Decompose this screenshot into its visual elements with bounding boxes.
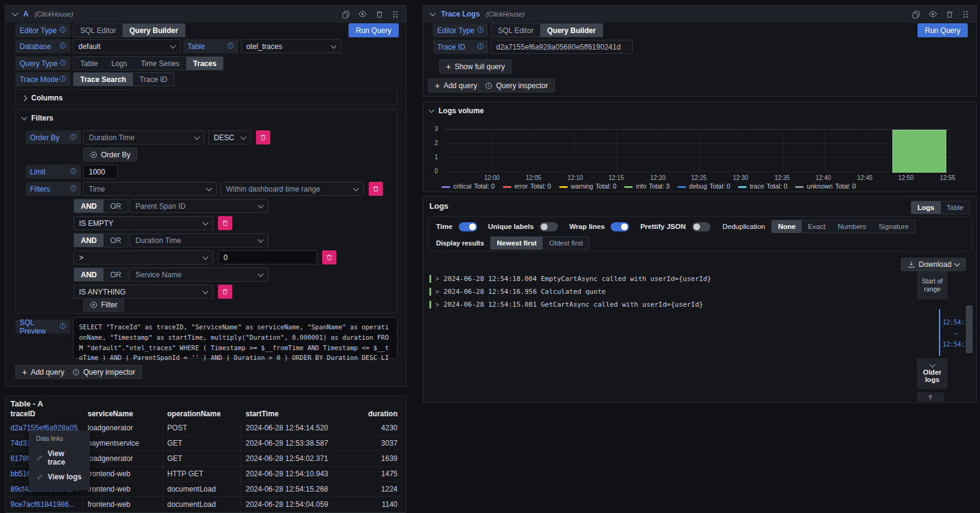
duplicate-query-icon[interactable] bbox=[912, 10, 920, 18]
query-ref-title[interactable]: A bbox=[23, 10, 29, 18]
trace-mode-trace-id[interactable]: Trace ID bbox=[133, 73, 175, 86]
query-type-logs[interactable]: Logs bbox=[105, 57, 134, 70]
or-option[interactable]: OR bbox=[104, 200, 128, 212]
prettify-json-toggle[interactable] bbox=[692, 222, 710, 231]
editor-type-sql-editor[interactable]: SQL Editor bbox=[74, 24, 123, 37]
drag-handle-icon[interactable] bbox=[962, 10, 969, 18]
expand-chevron-icon[interactable]: > bbox=[435, 301, 439, 308]
chevron-down-icon bbox=[954, 261, 960, 267]
dedup-numbers[interactable]: Numbers bbox=[832, 220, 873, 233]
editor-type-label: Editor Type bbox=[15, 23, 70, 37]
remove-condition1-button[interactable] bbox=[218, 216, 232, 230]
condition1-operator-select[interactable]: IS EMPTY bbox=[74, 216, 213, 230]
time-filter-field-select[interactable]: Time bbox=[83, 182, 217, 196]
trace-link[interactable]: 9ce7acf61841986... bbox=[10, 500, 79, 509]
condition2-operator-select[interactable]: > bbox=[74, 250, 213, 264]
condition2-field-select[interactable]: Duration Time bbox=[130, 233, 268, 247]
query-inspector-button[interactable]: Query inspector bbox=[66, 365, 142, 379]
query-type-time-series[interactable]: Time Series bbox=[134, 57, 187, 70]
view-table-option[interactable]: Table bbox=[941, 201, 970, 214]
expand-chevron-icon[interactable]: > bbox=[435, 275, 439, 282]
query-type-traces[interactable]: Traces bbox=[186, 57, 223, 70]
col-header-servicename[interactable]: serviceName bbox=[88, 410, 133, 418]
hide-query-eye-icon[interactable] bbox=[358, 10, 367, 18]
remove-time-filter-button[interactable] bbox=[369, 182, 383, 196]
add-filter-button[interactable]: Filter bbox=[83, 298, 124, 312]
older-logs-button[interactable]: Older logs bbox=[917, 358, 948, 389]
x-tick: 12:25 bbox=[691, 174, 706, 181]
download-button[interactable]: Download bbox=[901, 258, 966, 271]
table-row: 9ce7acf61841986... frontend-web document… bbox=[6, 497, 406, 512]
scroll-to-top-button[interactable] bbox=[917, 392, 944, 402]
dedup-signature[interactable]: Signature bbox=[872, 220, 914, 233]
col-header-traceid[interactable]: traceID bbox=[10, 410, 36, 418]
col-header-duration[interactable]: duration bbox=[368, 410, 398, 418]
add-query-button[interactable]: + Add query bbox=[15, 365, 71, 379]
view-trace-menu-item[interactable]: View trace bbox=[36, 446, 83, 470]
logs-volume-header[interactable]: Logs volume bbox=[429, 107, 484, 115]
collapse-chevron-icon[interactable] bbox=[12, 10, 18, 17]
delete-query-trash-icon[interactable] bbox=[375, 10, 383, 18]
log-line[interactable]: > 2024-06-28 12:54:15.081 GetCartAsync c… bbox=[429, 299, 901, 309]
col-header-operationname[interactable]: operationName bbox=[167, 410, 221, 418]
order-by-field-select[interactable]: Duration Time bbox=[83, 130, 205, 144]
add-order-by-button[interactable]: Order By bbox=[83, 148, 137, 162]
col-header-starttime[interactable]: startTime bbox=[246, 410, 279, 418]
editor-type-query-builder[interactable]: Query Builder bbox=[123, 24, 184, 37]
drag-handle-icon[interactable] bbox=[392, 10, 399, 18]
condition1-field-select[interactable]: Parent Span ID bbox=[130, 199, 268, 213]
or-option[interactable]: OR bbox=[104, 268, 128, 281]
condition3-operator-select[interactable]: IS ANYTHING bbox=[74, 285, 213, 299]
x-tick: 12:00 bbox=[484, 174, 499, 181]
show-full-query-button[interactable]: + Show full query bbox=[439, 59, 511, 73]
legend-swatch bbox=[559, 186, 568, 188]
dedup-exact[interactable]: Exact bbox=[802, 220, 832, 233]
order-by-direction-select[interactable]: DESC bbox=[208, 130, 251, 144]
unique-labels-toggle[interactable] bbox=[540, 222, 558, 231]
log-line[interactable]: > 2024-06-28 12:54:16.956 Calculated quo… bbox=[429, 286, 901, 296]
oldest-first-option[interactable]: Oldest first bbox=[543, 237, 589, 249]
view-logs-menu-item[interactable]: View logs bbox=[36, 470, 83, 484]
editor-type-query-builder[interactable]: Query Builder bbox=[540, 24, 602, 37]
query-type-table[interactable]: Table bbox=[74, 57, 105, 70]
limit-input[interactable]: 1000 bbox=[83, 165, 118, 179]
info-logs-bar[interactable] bbox=[892, 130, 946, 173]
trace-id-input[interactable]: d2a7155ef6a928a05680e5ff6190241d bbox=[491, 40, 633, 54]
query-ref-title[interactable]: Trace Logs bbox=[441, 10, 480, 18]
info-icon bbox=[59, 323, 66, 331]
newest-first-option[interactable]: Newest first bbox=[491, 237, 543, 249]
log-line[interactable]: > 2024-06-28 12:54:18.004 EmptyCartAsync… bbox=[429, 274, 901, 283]
and-option[interactable]: AND bbox=[74, 268, 104, 281]
collapse-chevron-icon[interactable] bbox=[430, 10, 436, 17]
table-select[interactable]: otel_traces bbox=[241, 39, 341, 53]
view-logs-option[interactable]: Logs bbox=[911, 201, 940, 214]
hide-query-eye-icon[interactable] bbox=[929, 10, 937, 18]
condition2-value-input[interactable]: 0 bbox=[218, 250, 317, 264]
run-query-button[interactable]: Run Query bbox=[349, 23, 399, 37]
expand-chevron-icon[interactable]: > bbox=[435, 288, 439, 295]
columns-section[interactable]: Columns bbox=[15, 89, 398, 105]
query-inspector-button[interactable]: Query inspector bbox=[478, 78, 555, 92]
and-option[interactable]: AND bbox=[74, 234, 104, 247]
delete-query-trash-icon[interactable] bbox=[946, 10, 954, 18]
wrap-lines-toggle[interactable] bbox=[611, 222, 629, 231]
remove-condition3-button[interactable] bbox=[218, 285, 232, 299]
duplicate-query-icon[interactable] bbox=[342, 10, 350, 18]
trace-mode-trace-search[interactable]: Trace Search bbox=[74, 73, 133, 86]
filters-section-header[interactable]: Filters bbox=[16, 110, 397, 127]
log-range-timeline[interactable] bbox=[939, 309, 940, 356]
remove-condition2-button[interactable] bbox=[322, 250, 336, 264]
dedup-none[interactable]: None bbox=[772, 220, 802, 233]
run-query-button[interactable]: Run Query bbox=[918, 23, 968, 37]
condition1-bool-switch: AND OR bbox=[74, 199, 129, 213]
remove-order-by-button[interactable] bbox=[256, 130, 270, 144]
logs-scrollbar-thumb[interactable] bbox=[966, 305, 973, 353]
add-query-button[interactable]: + Add query bbox=[428, 78, 484, 92]
editor-type-sql-editor[interactable]: SQL Editor bbox=[491, 24, 540, 37]
and-option[interactable]: AND bbox=[74, 200, 104, 212]
condition3-field-select[interactable]: Service Name bbox=[130, 268, 268, 282]
time-filter-value-select[interactable]: Within dashboard time range bbox=[221, 182, 364, 196]
time-toggle[interactable] bbox=[459, 222, 477, 231]
or-option[interactable]: OR bbox=[104, 234, 128, 247]
database-select[interactable]: default bbox=[73, 39, 181, 53]
